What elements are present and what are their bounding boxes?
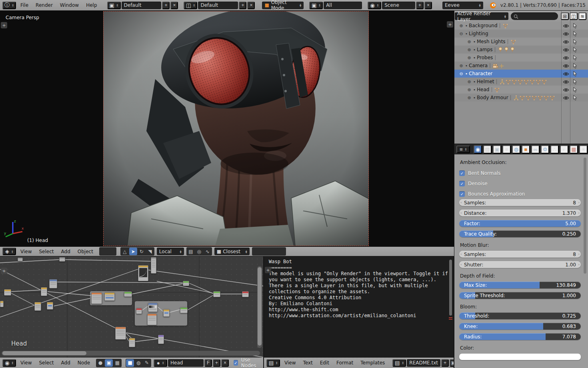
workspace-name-field[interactable]: Default	[122, 2, 162, 9]
properties-scrollbar[interactable]	[584, 158, 586, 274]
slider-threshold[interactable]: Threshold:0.725	[459, 312, 581, 319]
collection-label[interactable]: Character	[469, 71, 492, 76]
collection-label[interactable]: Camera	[469, 63, 488, 68]
toolbar-expand-button[interactable]: +	[1, 22, 7, 28]
info-editor-selector[interactable]: ⓘ▲▼	[2, 2, 16, 9]
collection-label[interactable]: Body Armour	[477, 95, 508, 100]
node-vscrollbar-handle[interactable]	[258, 267, 262, 346]
select-arrow-icon[interactable]: ➤	[129, 248, 137, 255]
outliner-search-field[interactable]	[511, 12, 558, 20]
viewport-editor-selector[interactable]: ◈▲▼	[2, 248, 16, 255]
expand-toggle-icon[interactable]: ⊖	[458, 71, 464, 76]
bloom-color-swatch[interactable]	[459, 354, 581, 360]
shader-node-blue[interactable]	[49, 279, 57, 288]
orientation-dropdown[interactable]: Local ▲▼	[157, 248, 184, 255]
text-add-button[interactable]: +	[441, 359, 449, 367]
checkbox[interactable]: ✓	[459, 170, 465, 176]
decrement-arrow[interactable]: ‹	[460, 262, 462, 266]
slider-distance[interactable]: ‹›Distance:1.370	[459, 210, 581, 216]
increment-arrow[interactable]: ›	[578, 200, 580, 204]
use-nodes-checkbox[interactable]: ✓	[234, 360, 238, 366]
text-line[interactable]: Creative Commons 4.0 Attribution	[269, 295, 447, 301]
collection-label[interactable]: Helmet	[477, 79, 494, 84]
view-layer-field[interactable]: All	[324, 2, 362, 9]
expand-toggle-icon[interactable]: ⊕	[466, 79, 472, 84]
expand-toggle-icon[interactable]: ⊕	[458, 23, 464, 28]
properties-tab-constraints[interactable]: ∞	[531, 145, 540, 154]
material-selector-button[interactable]: ●▲▼	[154, 359, 167, 367]
properties-tab-scene[interactable]: ≡	[502, 145, 511, 154]
expand-toggle-icon[interactable]: ⊕	[466, 47, 472, 52]
node-hscrollbar-handle[interactable]	[2, 351, 86, 355]
shader-node-gray[interactable]	[151, 257, 156, 274]
sidebar-expand-button[interactable]: +	[447, 21, 453, 28]
snap-target-dropdown[interactable]: ■ Closest ▲▼	[214, 248, 250, 255]
collection-label[interactable]: Background	[469, 23, 498, 28]
material-ball-icon[interactable]: ●	[96, 359, 104, 367]
slider-samples[interactable]: ‹›Samples:8	[459, 199, 581, 206]
expand-toggle-icon[interactable]: ⊕	[466, 95, 472, 100]
text-filename-field[interactable]: README.txt	[407, 359, 440, 367]
shader-node-red[interactable]	[242, 291, 249, 297]
paint-brush-icon[interactable]: ✎	[252, 248, 260, 255]
collection-label[interactable]: Lighting	[469, 31, 488, 36]
properties-tab-modifiers[interactable]: ⚙	[541, 145, 549, 154]
increment-arrow[interactable]: ›	[578, 252, 580, 256]
expand-toggle-icon[interactable]: ⊕	[466, 55, 472, 60]
properties-tab-effects[interactable]: ✳	[579, 145, 588, 154]
shader-node-green[interactable]	[183, 281, 189, 286]
render-camera-icon[interactable]: ▣	[269, 248, 277, 255]
properties-tab-object[interactable]: ■	[522, 145, 530, 154]
menu-add[interactable]: Add	[58, 248, 74, 255]
menu-text[interactable]: Text	[299, 359, 316, 366]
slider-sprite-threshold[interactable]: Sprite Threshold:1.000	[459, 292, 581, 299]
sequencer-clapper-icon[interactable]: ▬	[278, 248, 286, 255]
falloff-curve-icon[interactable]: ∿	[204, 248, 212, 255]
render-engine-dropdown[interactable]: Eevee ▲▼	[442, 2, 483, 9]
slider-knee[interactable]: Knee:0.683	[459, 323, 581, 330]
shader-node-gray[interactable]	[59, 257, 65, 262]
menu-window[interactable]: Window	[56, 2, 82, 9]
properties-tab-world[interactable]: ◍	[512, 145, 520, 154]
text-line[interactable]: you want to see the support objects (lig…	[269, 277, 447, 283]
menu-render[interactable]: Render	[32, 2, 56, 9]
fake-user-button[interactable]: F	[204, 359, 212, 367]
increment-arrow[interactable]: ›	[578, 262, 580, 266]
shader-node-yellow[interactable]	[4, 289, 11, 296]
layout-name-field[interactable]: Default	[198, 2, 238, 9]
menu-object[interactable]: Object	[74, 248, 97, 255]
expand-toggle-icon[interactable]: ⊕	[466, 87, 472, 92]
slider-trace-quality[interactable]: Trace Quality:0.250	[459, 230, 581, 237]
shader-node-green[interactable]	[180, 307, 188, 313]
workspace-selector-button[interactable]: ▣▲▼	[107, 2, 121, 9]
menu-file[interactable]: File	[17, 2, 32, 9]
shader-node-purple[interactable]	[158, 335, 164, 344]
material-add-button[interactable]: +	[213, 359, 220, 367]
menu-select[interactable]: Select	[35, 359, 57, 366]
workspace-add-button[interactable]: +	[162, 2, 170, 9]
text-props-expand-button[interactable]: +	[265, 267, 271, 273]
checkbox[interactable]: ✓	[459, 181, 465, 186]
checkbox-row-denoise[interactable]: ✓Denoise	[459, 178, 581, 189]
decrement-arrow[interactable]: ‹	[460, 211, 462, 215]
node-hscrollbar[interactable]	[2, 351, 260, 356]
filter-exclude-button[interactable]: ≋	[578, 12, 586, 20]
mode-dropdown[interactable]: ■ Object Mode▲▼	[262, 2, 304, 9]
text-line[interactable]: The model is using "Only Render" in the …	[269, 271, 447, 277]
slider-samples[interactable]: ‹›Samples:8	[459, 251, 581, 258]
text-line[interactable]: collections to organize the assets.	[269, 289, 447, 295]
text-line[interactable]: http://www.the-shift.com	[269, 307, 447, 313]
shader-node-yellow[interactable]	[47, 302, 53, 310]
scene-delete-button[interactable]: ×	[424, 2, 432, 9]
properties-tab-view-layer[interactable]: ▣	[493, 145, 501, 154]
viewport-3d[interactable]: Camera Persp (1) Head z x y + +	[0, 11, 454, 246]
scene-add-button[interactable]: +	[416, 2, 424, 9]
layout-add-button[interactable]: +	[239, 2, 246, 9]
shader-node-yellow[interactable]	[34, 302, 41, 311]
collection-label[interactable]: Lamps	[477, 47, 493, 52]
text-datablock-selector[interactable]: ▤▲▼	[392, 359, 406, 367]
text-editor[interactable]: Wasp Bot========The model is using "Only…	[264, 256, 454, 358]
layout-delete-button[interactable]: ×	[247, 2, 255, 9]
snap-move-icon[interactable]: ◥	[146, 248, 154, 255]
increment-arrow[interactable]: ›	[578, 211, 580, 215]
